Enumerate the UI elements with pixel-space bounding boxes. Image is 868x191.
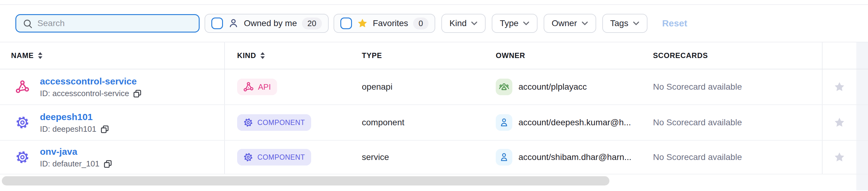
owned-count-badge: 20 — [302, 18, 322, 30]
entity-name-link[interactable]: onv-java — [40, 147, 78, 157]
kind-badge: API — [237, 78, 277, 95]
column-header-scorecards: SCORECARDS — [653, 42, 822, 69]
person-icon — [496, 114, 512, 131]
copy-icon[interactable] — [100, 125, 110, 134]
column-header-name[interactable]: NAME — [0, 42, 225, 69]
entity-id: ID: deepesh101 — [40, 124, 96, 134]
group-icon — [496, 78, 512, 95]
chevron-down-icon — [471, 21, 477, 26]
horizontal-scrollbar[interactable] — [0, 174, 868, 190]
star-icon — [357, 18, 368, 29]
top-divider — [0, 0, 868, 5]
scroll-gutter — [856, 141, 868, 174]
gear-icon — [243, 118, 253, 127]
copy-icon[interactable] — [103, 159, 113, 168]
scroll-gutter — [856, 69, 868, 104]
owned-by-me-checkbox[interactable] — [211, 18, 223, 29]
kind-dropdown[interactable]: Kind — [441, 14, 486, 33]
chevron-down-icon — [523, 21, 529, 26]
type-cell: component — [362, 105, 496, 140]
reset-button[interactable]: Reset — [662, 18, 687, 29]
person-icon — [496, 149, 512, 165]
gear-icon — [16, 150, 30, 164]
favorites-checkbox[interactable] — [340, 18, 352, 29]
tags-dropdown[interactable]: Tags — [602, 14, 648, 33]
catalog-page: Owned by me 20 Favorites 0 Kind Type Own… — [0, 0, 868, 191]
chevron-down-icon — [582, 21, 588, 26]
api-icon — [243, 82, 254, 92]
table-row[interactable]: accesscontrol-service ID: accesscontrol-… — [0, 69, 868, 105]
owner-dropdown[interactable]: Owner — [544, 14, 596, 33]
type-dropdown[interactable]: Type — [492, 14, 537, 33]
column-header-type: TYPE — [362, 42, 496, 69]
table-row[interactable]: onv-java ID: defauter_101 COMPONENT serv… — [0, 141, 868, 174]
gear-icon — [16, 116, 30, 130]
type-cell: openapi — [362, 69, 496, 104]
owner-cell: account/shibam.dhar@harn... — [519, 152, 631, 162]
search-box[interactable] — [16, 14, 199, 33]
owner-cell: account/deepesh.kumar@h... — [519, 118, 631, 127]
filter-chip-favorites[interactable]: Favorites 0 — [334, 14, 436, 33]
favorite-star-button[interactable] — [834, 151, 845, 163]
column-header-owner: OWNER — [496, 42, 653, 69]
entity-id: ID: defauter_101 — [40, 159, 99, 168]
chip-label: Owned by me — [244, 19, 297, 28]
column-header-favorite — [822, 42, 856, 69]
filter-chip-owned-by-me[interactable]: Owned by me 20 — [205, 14, 329, 33]
type-cell: service — [362, 141, 496, 174]
search-icon — [23, 18, 33, 29]
copy-icon[interactable] — [133, 89, 142, 98]
entity-name-link[interactable]: deepesh101 — [40, 112, 93, 122]
entity-name-link[interactable]: accesscontrol-service — [40, 76, 137, 86]
sort-icon[interactable] — [260, 52, 266, 59]
scorecards-cell: No Scorecard available — [653, 105, 822, 140]
column-header-kind[interactable]: KIND — [225, 42, 362, 69]
search-input[interactable] — [37, 19, 193, 28]
favorite-star-button[interactable] — [834, 81, 845, 93]
api-icon — [16, 80, 30, 94]
chevron-down-icon — [633, 21, 640, 26]
scroll-gutter — [856, 174, 868, 190]
person-icon — [228, 18, 239, 29]
favorite-star-button[interactable] — [834, 117, 845, 128]
table-row[interactable]: deepesh101 ID: deepesh101 COMPONENT comp… — [0, 105, 868, 141]
entity-id: ID: accesscontrol-service — [40, 89, 129, 98]
scroll-gutter — [856, 42, 868, 69]
kind-badge: COMPONENT — [237, 149, 311, 165]
owner-cell: account/plplayacc — [519, 82, 587, 92]
filter-toolbar: Owned by me 20 Favorites 0 Kind Type Own… — [0, 5, 868, 42]
chip-label: Favorites — [373, 19, 408, 28]
kind-badge: COMPONENT — [237, 114, 311, 131]
table-header: NAME KIND TYPE OWNER SCORECARDS — [0, 42, 868, 69]
scorecards-cell: No Scorecard available — [653, 69, 822, 104]
scroll-gutter — [856, 105, 868, 140]
catalog-table: NAME KIND TYPE OWNER SCORECARDS — [0, 42, 868, 174]
scorecards-cell: No Scorecard available — [653, 141, 822, 174]
gear-icon — [243, 152, 253, 162]
favorites-count-badge: 0 — [413, 18, 429, 30]
sort-icon[interactable] — [37, 52, 43, 59]
scrollbar-thumb[interactable] — [2, 176, 609, 186]
